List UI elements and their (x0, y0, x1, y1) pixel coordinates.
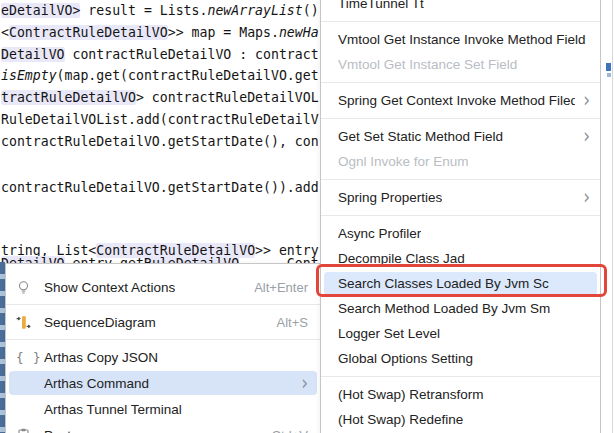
menu-item-async-profiler[interactable]: Async Profiler (321, 221, 600, 246)
code-token: contractRuleDetailVO : contract (65, 47, 319, 62)
editor-error-stripe[interactable] (601, 0, 614, 433)
menu-item-label: Search Method Loaded By Jvm Sm (338, 301, 550, 316)
code-line: RuleDetailVOList.add(contractRuleDetailV (1, 111, 319, 128)
menu-item-label: Vmtool Get Instance Invoke Method Field (338, 32, 586, 47)
menu-item-arthas-command[interactable]: Arthas Command› (6, 370, 320, 396)
menu-separator (321, 210, 600, 221)
code-line: tractRuleDetailVO> contractRuleDetailVOL (1, 89, 319, 106)
code-line: isEmpty(map.get(contractRuleDetailVO.get (1, 67, 319, 84)
menu-item-spring-get-context-invoke-method-filed[interactable]: Spring Get Context Invoke Method Filed› (321, 88, 600, 113)
menu-separator (321, 16, 600, 27)
menu-item-timetunnel-tt[interactable]: TimeTunnel Tt (321, 0, 600, 16)
code-token: ContractRuleDetailVO (9, 25, 168, 40)
code-token: tractRuleDetailVO (1, 90, 136, 105)
code-token: < (1, 25, 9, 40)
menu-separator (321, 371, 600, 382)
menu-item-arthas-copy-json[interactable]: { }Arthas Copy JSON (6, 344, 320, 370)
menu-item-label: Paste (44, 428, 79, 433)
menu-item-shortcut: Alt+S (277, 315, 308, 330)
menu-separator (6, 300, 320, 309)
code-line: contractRuleDetailVO.getStartDate()).add (1, 179, 319, 196)
menu-item-label: (Hot Swap) Redefine (338, 412, 463, 427)
stripe-marker-icon (606, 63, 611, 71)
menu-item-label: TimeTunnel Tt (338, 0, 424, 11)
icon-cell (16, 315, 44, 330)
menu-item-label: SequenceDiagram (44, 315, 156, 330)
menu-item-shortcut: Ctrl+V (272, 428, 308, 433)
menu-separator (321, 77, 600, 88)
code-token: (map.get(contractRuleDetailVO.get (57, 68, 319, 83)
menu-item-label: Decompile Class Jad (338, 251, 465, 266)
menu-separator (321, 174, 600, 185)
menu-item-label: Arthas Copy JSON (44, 350, 158, 365)
menu-item-hot-swap-redefine[interactable]: (Hot Swap) Redefine (321, 407, 600, 432)
code-token: result = Lists. (80, 3, 207, 18)
menu-item-label: Vmtool Get Instance Set Field (338, 57, 517, 72)
code-token: newHa (279, 25, 319, 40)
menu-item-label: Get Set Static Method Field (338, 129, 503, 144)
sequence-diagram-icon (16, 315, 31, 330)
editor-edge-line (612, 0, 613, 433)
code-token: RuleDetailVOList.add(contractRuleDetailV (1, 112, 319, 127)
code-token: >> map = Maps. (168, 25, 279, 40)
menu-item-vmtool-get-instance-invoke-method-field[interactable]: Vmtool Get Instance Invoke Method Field (321, 27, 600, 52)
code-token: () (303, 3, 319, 18)
chevron-right-icon: › (583, 126, 590, 147)
chevron-right-icon: › (301, 372, 308, 393)
menu-item-label: Ognl Invoke for Enum (338, 154, 469, 169)
menu-item-label: Show Context Actions (44, 280, 175, 295)
code-line: DetailVO contractRuleDetailVO : contract (1, 46, 319, 63)
code-line: contractRuleDetailVO.getStartDate(), con (1, 133, 319, 150)
menu-item-vmtool-get-instance-set-field[interactable]: Vmtool Get Instance Set Field (321, 52, 600, 77)
code-token: contractRuleDetailVO.getStartDate(), con (1, 134, 319, 149)
menu-item-decompile-class-jad[interactable]: Decompile Class Jad (321, 246, 600, 271)
menu-item-hot-swap-retransform[interactable]: (Hot Swap) Retransform (321, 382, 600, 407)
menu-item-arthas-tunnel-terminal[interactable]: Arthas Tunnel Terminal (6, 396, 320, 422)
menu-item-label: Global Options Setting (338, 351, 473, 366)
menu-item-show-context-actions[interactable]: Show Context ActionsAlt+Enter (6, 274, 320, 300)
menu-item-shortcut: Alt+Enter (254, 280, 308, 295)
menu-separator (321, 113, 600, 124)
icon-cell (16, 428, 44, 433)
menu-item-label: (Hot Swap) Retransform (338, 387, 484, 402)
menu-item-search-method-loaded-by-jvm-sm[interactable]: Search Method Loaded By Jvm Sm (321, 296, 600, 321)
menu-separator (6, 335, 320, 344)
code-token: > contractRuleDetailVOL (136, 90, 319, 105)
code-token: DetailVO (1, 47, 65, 62)
icon-cell: { } (16, 350, 44, 365)
arthas-command-submenu: TimeTunnel TtVmtool Get Instance Invoke … (320, 0, 601, 433)
code-token: newArrayList (207, 3, 302, 18)
bulb-icon (16, 280, 31, 295)
editor-context-menu: Show Context ActionsAlt+EnterSequenceDia… (5, 263, 321, 433)
code-token: eDetailVO> (1, 3, 80, 18)
menu-item-label: Logger Set Level (338, 326, 440, 341)
menu-item-label: Spring Get Context Invoke Method Filed (338, 93, 575, 108)
menu-item-label: Arthas Command (44, 376, 149, 391)
chevron-right-icon: › (583, 90, 590, 111)
menu-item-label: Search Classes Loaded By Jvm Sc (338, 276, 549, 291)
menu-item-sequencediagram[interactable]: SequenceDiagramAlt+S (6, 309, 320, 335)
menu-item-logger-set-level[interactable]: Logger Set Level (321, 321, 600, 346)
clipboard-icon (16, 428, 31, 433)
menu-item-ognl-invoke-for-enum[interactable]: Ognl Invoke for Enum (321, 149, 600, 174)
code-line: eDetailVO> result = Lists.newArrayList() (1, 2, 319, 19)
code-line: <ContractRuleDetailVO>> map = Maps.newHa (1, 24, 319, 41)
menu-item-label: Async Profiler (338, 226, 421, 241)
stripe-marker-light-icon (607, 73, 611, 77)
code-token: contractRuleDetailVO.getStartDate()).add (1, 180, 319, 195)
menu-item-label: Arthas Tunnel Terminal (44, 402, 182, 417)
code-token: isEmpty (1, 68, 57, 83)
chevron-right-icon: › (583, 187, 590, 208)
icon-cell (16, 280, 44, 295)
braces-icon: { } (16, 350, 42, 365)
menu-item-get-set-static-method-field[interactable]: Get Set Static Method Field› (321, 124, 600, 149)
menu-item-global-options-setting[interactable]: Global Options Setting (321, 346, 600, 371)
ide-screenshot: eDetailVO> result = Lists.newArrayList()… (0, 0, 614, 433)
menu-item-paste[interactable]: PasteCtrl+V (6, 422, 320, 433)
menu-item-search-classes-loaded-by-jvm-sc[interactable]: Search Classes Loaded By Jvm Sc (321, 271, 600, 296)
menu-item-label: Spring Properties (338, 190, 442, 205)
menu-item-spring-properties[interactable]: Spring Properties› (321, 185, 600, 210)
